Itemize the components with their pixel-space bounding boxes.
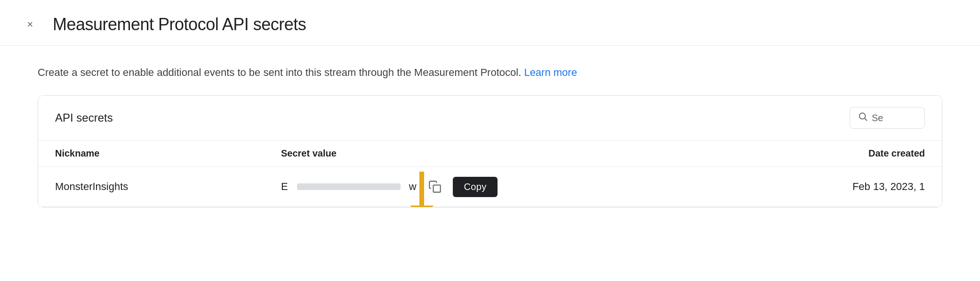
search-icon: [858, 111, 868, 124]
cell-nickname: MonsterInsights: [55, 181, 281, 193]
dialog-title: Measurement Protocol API secrets: [53, 15, 306, 34]
col-header-secret-value: Secret value: [281, 148, 784, 159]
dialog-header: × Measurement Protocol API secrets: [0, 0, 980, 46]
close-icon: ×: [27, 18, 33, 31]
copy-icon-button[interactable]: [425, 176, 445, 197]
svg-line-1: [865, 118, 867, 121]
svg-rect-5: [433, 185, 440, 192]
dialog-body: Create a secret to enable additional eve…: [0, 46, 980, 281]
copy-button[interactable]: Copy: [453, 177, 498, 197]
table-row: MonsterInsights E w Copy Feb 13, 2023, 1: [38, 167, 942, 207]
search-text: Se: [872, 113, 883, 124]
secret-masked-value: [297, 183, 401, 190]
cell-secret-value: E w Copy: [281, 176, 784, 197]
secret-prefix: E: [281, 181, 289, 193]
learn-more-link[interactable]: Learn more: [524, 66, 577, 78]
search-area[interactable]: Se: [850, 107, 925, 129]
cell-date-created: Feb 13, 2023, 1: [784, 181, 925, 193]
api-secrets-table: API secrets Se Nickname Secret value Dat…: [38, 95, 942, 207]
description-text: Create a secret to enable additional eve…: [38, 65, 942, 80]
column-headers: Nickname Secret value Date created: [38, 140, 942, 167]
secret-suffix: w: [409, 181, 417, 193]
table-section-title: API secrets: [55, 111, 850, 124]
svg-point-0: [860, 113, 866, 119]
col-header-date-created: Date created: [784, 148, 925, 159]
dialog-container: × Measurement Protocol API secrets Creat…: [0, 0, 980, 281]
col-header-nickname: Nickname: [55, 148, 281, 159]
close-button[interactable]: ×: [19, 13, 41, 36]
table-header-row: API secrets Se: [38, 96, 942, 140]
